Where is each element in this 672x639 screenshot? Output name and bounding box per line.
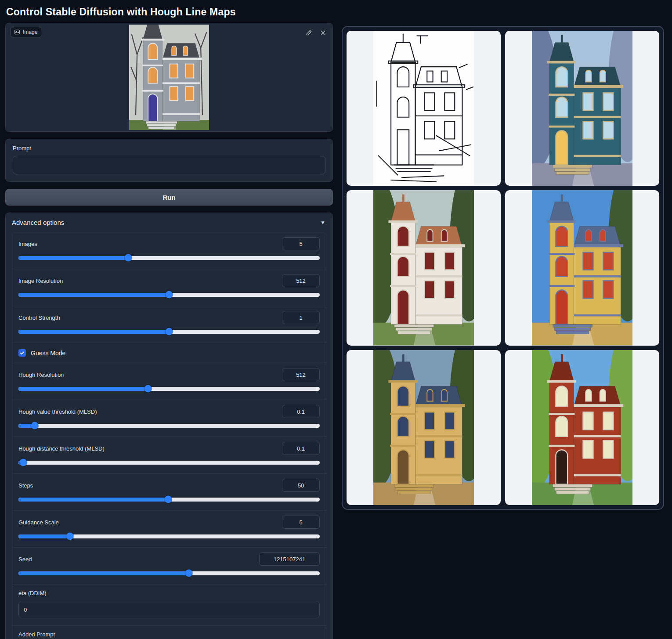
advanced-options-label: Advanced options — [12, 219, 64, 226]
slider-handle[interactable] — [166, 291, 173, 299]
text-input-eta-ddim[interactable] — [18, 601, 320, 618]
number-input-hough-distance-threshold-mlsd[interactable] — [282, 442, 320, 455]
slider-fill — [18, 330, 169, 334]
slider-track[interactable] — [18, 424, 320, 428]
slider-handle[interactable] — [19, 459, 27, 466]
slider-label-hough-resolution: Hough Resolution — [18, 372, 64, 378]
slider-handle[interactable] — [164, 496, 172, 503]
slider-label-hough-value-threshold-mlsd: Hough value threshold (MLSD) — [18, 408, 97, 415]
pencil-icon — [306, 29, 312, 36]
advanced-options-form: Images Image Resolution Control Strength — [12, 232, 326, 639]
image-label-badge: Image — [10, 27, 42, 37]
uploaded-image-preview[interactable] — [6, 23, 332, 131]
field-row-eta-ddim: eta (DDIM) — [12, 585, 326, 626]
field-label-added-prompt: Added Prompt — [18, 631, 320, 638]
gallery-item-generated-house-white[interactable] — [347, 190, 501, 345]
slider-row-seed: Seed — [12, 548, 326, 585]
slider-fill — [18, 293, 169, 297]
field-label-eta-ddim: eta (DDIM) — [18, 590, 320, 596]
number-input-hough-resolution[interactable] — [282, 368, 320, 381]
slider-hough-distance-threshold-mlsd — [18, 459, 320, 467]
slider-label-seed: Seed — [18, 556, 32, 563]
slider-label-steps: Steps — [18, 482, 33, 489]
image-label: Image — [23, 29, 37, 35]
advanced-options-accordion: Advanced options ▼ Images Image Resoluti… — [5, 213, 333, 639]
slider-label-image-resolution: Image Resolution — [18, 278, 63, 284]
slider-fill — [18, 534, 70, 538]
image-icon — [14, 29, 20, 35]
gallery-item-generated-house-yellow[interactable] — [505, 190, 659, 345]
prompt-input[interactable] — [13, 156, 325, 174]
number-input-image-resolution[interactable] — [282, 274, 320, 287]
slider-row-hough-resolution: Hough Resolution — [12, 363, 326, 400]
gallery-image-generated-house-white — [373, 190, 474, 345]
slider-row-control-strength: Control Strength — [12, 306, 326, 343]
slider-row-image-resolution: Image Resolution — [12, 269, 326, 306]
edit-image-button[interactable] — [303, 27, 314, 38]
close-icon — [320, 29, 326, 36]
slider-label-guidance-scale: Guidance Scale — [18, 519, 59, 526]
gallery-image-generated-house-red — [532, 350, 632, 505]
number-input-images[interactable] — [282, 237, 320, 250]
slider-handle[interactable] — [185, 570, 192, 577]
gallery-item-generated-house-golden[interactable] — [347, 350, 501, 505]
slider-guidance-scale — [18, 533, 320, 541]
slider-handle[interactable] — [125, 254, 132, 262]
slider-hough-resolution — [18, 385, 320, 393]
number-input-guidance-scale[interactable] — [282, 516, 320, 529]
slider-label-images: Images — [18, 241, 37, 247]
slider-images — [18, 254, 320, 262]
run-button[interactable]: Run — [5, 189, 333, 206]
slider-control-strength — [18, 328, 320, 336]
chevron-down-icon[interactable]: ▼ — [320, 220, 325, 226]
number-input-steps[interactable] — [282, 479, 320, 492]
slider-steps — [18, 496, 320, 504]
slider-track[interactable] — [18, 461, 320, 465]
slider-label-hough-distance-threshold-mlsd: Hough distance threshold (MLSD) — [18, 445, 105, 452]
checkbox-guess-mode[interactable] — [18, 349, 26, 357]
slider-fill — [18, 387, 148, 391]
slider-row-hough-value-threshold-mlsd: Hough value threshold (MLSD) — [12, 400, 326, 437]
right-column — [342, 23, 664, 510]
prompt-label: Prompt — [13, 145, 325, 152]
slider-fill — [18, 256, 128, 260]
victorian-house-dusk-photo — [129, 25, 209, 130]
number-input-hough-value-threshold-mlsd[interactable] — [282, 405, 320, 418]
slider-handle[interactable] — [144, 385, 152, 393]
gallery-image-generated-house-golden — [373, 350, 474, 505]
number-input-control-strength[interactable] — [282, 311, 320, 324]
prompt-block: Prompt — [5, 139, 333, 182]
check-icon — [20, 350, 25, 355]
gallery-image-hough-line-map — [373, 31, 474, 186]
slider-seed — [18, 570, 320, 578]
slider-label-control-strength: Control Strength — [18, 314, 60, 321]
slider-handle[interactable] — [31, 422, 39, 430]
checkbox-label-guess-mode[interactable]: Guess Mode — [31, 350, 65, 357]
result-gallery — [342, 26, 664, 510]
slider-row-steps: Steps — [12, 474, 326, 511]
slider-handle[interactable] — [166, 328, 173, 336]
left-column: Image Prompt Run — [5, 23, 333, 639]
input-image-component[interactable]: Image — [5, 23, 333, 132]
field-row-added-prompt: Added Prompt — [12, 626, 326, 639]
slider-fill — [18, 571, 189, 575]
checkbox-row-guess-mode: Guess Mode — [12, 343, 326, 363]
gallery-image-generated-house-yellow — [532, 190, 632, 345]
slider-row-hough-distance-threshold-mlsd: Hough distance threshold (MLSD) — [12, 437, 326, 474]
main-layout: Image Prompt Run — [0, 23, 672, 639]
slider-row-guidance-scale: Guidance Scale — [12, 511, 326, 548]
slider-handle[interactable] — [66, 533, 73, 540]
gallery-item-generated-house-red[interactable] — [505, 350, 659, 505]
slider-hough-value-threshold-mlsd — [18, 422, 320, 430]
slider-image-resolution — [18, 291, 320, 299]
advanced-options-header[interactable]: Advanced options ▼ — [12, 219, 326, 226]
number-input-seed[interactable] — [259, 552, 320, 566]
slider-fill — [18, 498, 168, 502]
gallery-image-generated-house-teal — [532, 31, 632, 186]
clear-image-button[interactable] — [318, 27, 328, 38]
page-title: Control Stable Diffusion with Hough Line… — [6, 6, 672, 18]
gallery-item-hough-line-map[interactable] — [347, 31, 501, 186]
slider-row-images: Images — [12, 232, 326, 269]
gallery-item-generated-house-teal[interactable] — [505, 31, 659, 186]
